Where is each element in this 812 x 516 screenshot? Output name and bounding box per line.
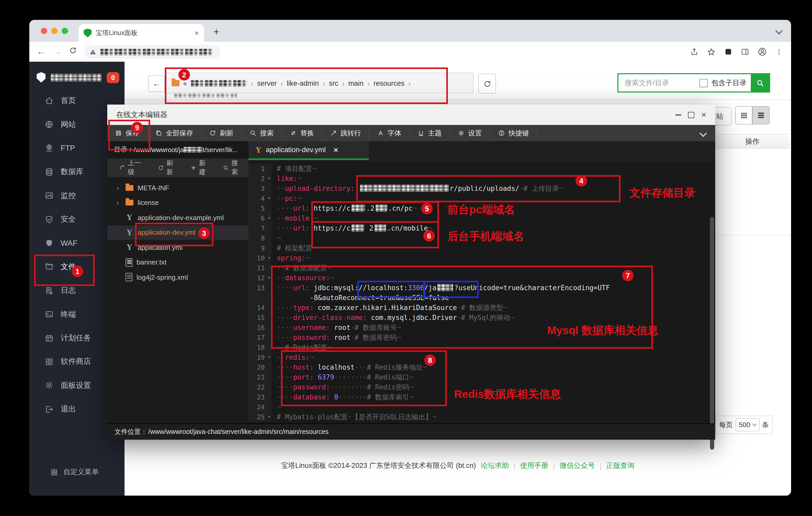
tree-toolbar-refresh-button[interactable]: 刷新 [153,159,184,177]
tree-toolbar-plus-button[interactable]: 新建 [186,159,216,177]
code-line-content: spring:¬ [271,253,310,263]
editor-toolbar-theme-button[interactable]: 主题 [410,125,450,141]
annotation-badge: 3 [198,227,210,239]
fold-arrow-icon[interactable]: ▾ [268,352,270,362]
fm-refresh-button[interactable] [478,74,496,94]
tree-toolbar-search-button[interactable]: 搜索 [218,159,249,177]
modal-minimize-icon[interactable] [675,114,681,115]
tree-item[interactable]: log4j2-spring.xml [107,270,249,285]
fold-arrow-icon[interactable]: ▾ [268,193,270,203]
modal-maximize-icon[interactable] [688,112,694,118]
browser-menu-icon[interactable] [775,48,783,55]
include-subdir-checkbox[interactable] [699,79,707,87]
code-line: 10▾spring:¬ [249,253,715,263]
address-bar[interactable] [84,45,220,59]
fold-arrow-icon[interactable]: ▾ [268,174,270,183]
footer-link[interactable]: 微信公众号 [559,461,595,471]
editor-scrollbar[interactable] [710,217,714,450]
table-row[interactable] [715,171,791,192]
browser-tab[interactable]: 宝塔Linux面板 × [79,24,204,42]
line-number: 15 [249,313,271,323]
code-token: ·· [277,194,285,202]
table-row[interactable] [715,213,791,235]
page-size-value: 500 [739,421,750,429]
editor-toolbar-saveall-button[interactable]: 全部保存 [148,125,201,141]
table-row[interactable] [715,192,791,214]
code-token: url: [293,224,310,232]
fold-arrow-icon[interactable]: ▾ [268,273,270,283]
file-icon [125,258,133,267]
footer-link[interactable]: 使用手册 [520,461,548,471]
fm-search-input[interactable]: 搜索文件/目录 [625,78,699,88]
chevron-right-icon[interactable]: › [117,199,121,207]
line-number [249,293,271,303]
sidebar-item-custom-menu[interactable]: 自定义菜单 [29,467,124,477]
footer-link[interactable]: 正版查询 [606,461,634,471]
list-view-icon [757,111,765,119]
share-icon[interactable] [690,48,698,56]
tree-toolbar-uplevel-button[interactable]: 上一级 [115,159,151,177]
editor-toolbar-refresh-button[interactable]: 刷新 [201,125,242,141]
gear-icon [45,381,54,390]
page-size-select[interactable]: 500 [735,418,759,431]
code-line-content: # 项目配置¬ [271,164,316,174]
waf-icon [45,238,54,248]
page-size-control: 每页 500 条 [715,416,773,434]
traffic-light-close-icon[interactable] [41,28,47,34]
fold-arrow-icon[interactable]: ▾ [268,213,270,223]
traffic-light-minimize-icon[interactable] [51,28,58,34]
modal-close-icon[interactable]: × [701,110,706,119]
editor-toolbar-replace-button[interactable]: 替换 [282,125,322,141]
editor-toolbar-gear-button[interactable]: 设置 [450,125,490,141]
sidebar-item-label: 监控 [61,191,76,201]
footer-link[interactable]: 论坛求助 [481,461,509,471]
traffic-light-zoom-icon[interactable] [62,28,68,34]
editor-tab-close-icon[interactable]: × [334,145,338,154]
reload-icon[interactable] [69,47,77,57]
annotation-box-1-files [34,254,95,286]
line-number: 25▾ [249,412,271,422]
editor-toolbar-help-button[interactable]: 快捷键 [490,125,537,141]
forward-icon[interactable]: → [53,47,62,57]
bookmark-star-icon[interactable] [707,47,716,56]
tab-search-chevron-icon[interactable] [776,28,782,33]
editor-toolbar-font-button[interactable]: 字体 [369,125,410,141]
editor-toolbar-search-button[interactable]: 搜索 [242,125,282,141]
tree-item[interactable]: ›license [107,195,249,210]
profile-avatar-icon[interactable] [758,47,767,57]
list-view-toggle[interactable] [752,106,770,124]
editor-tab-active[interactable]: Y application-dev.yml × [249,141,369,160]
sidebar-item-label: 计划任务 [61,333,91,343]
tree-item[interactable]: banner.txt [107,255,249,270]
code-token: ¬ [277,403,281,411]
editor-file-panel: 目录： /www/wwwroot/ja t/server/lik... 上一级刷… [107,141,249,423]
extension-icon[interactable] [724,48,732,56]
grid-view-toggle[interactable] [735,106,752,124]
annotation-badge: 8 [424,355,436,366]
line-number: 21 [249,372,271,382]
annotation-badge: 2 [178,69,190,81]
code-line-content: ··mobile:¬ [271,213,318,223]
panel-logo-icon [37,72,46,83]
fm-back-button[interactable]: ← [148,75,165,92]
toolbar-expand-chevron-icon[interactable] [701,125,706,141]
sidebar-toggle-icon[interactable] [741,48,749,56]
yaml-file-icon: Y [256,146,261,154]
tree-item-name: license [138,199,159,207]
tree-item[interactable]: ›META-INF [107,180,249,195]
code-token: # 框架配置 [277,244,312,252]
message-count-badge[interactable]: 0 [107,72,119,83]
table-row[interactable] [715,149,791,171]
back-icon[interactable]: ← [37,47,46,57]
line-number: 16 [249,323,271,333]
toolbar-button-label: 字体 [388,128,401,138]
fold-arrow-icon[interactable]: ▾ [268,412,270,422]
chevron-right-icon[interactable]: › [117,184,121,192]
tab-close-icon[interactable]: × [195,29,199,37]
fold-arrow-icon[interactable]: ▾ [268,253,270,263]
footer-separator: | [514,462,515,470]
fm-search-button[interactable] [751,74,769,91]
new-tab-button[interactable]: + [213,26,219,38]
editor-toolbar-goto-button[interactable]: 跳转行 [322,125,369,141]
goto-icon [330,130,337,136]
